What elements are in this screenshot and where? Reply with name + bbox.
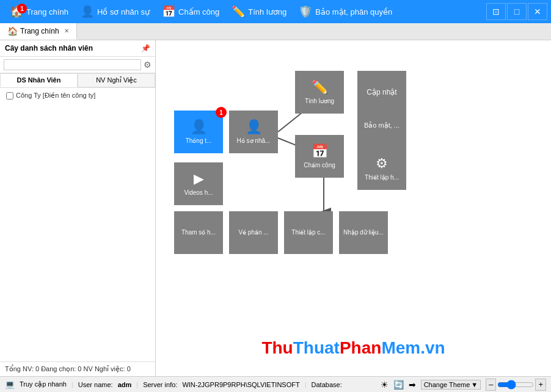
tile-wrapper-thong-tin: 👤 Thống t... 1 (174, 111, 223, 153)
nav-item-ho-so-nhan-su[interactable]: 👤 Hồ sơ nhân sự (75, 2, 156, 21)
gear-icon-tile: ⚙ (376, 156, 388, 172)
theme-dropdown-icon: ▼ (471, 381, 478, 388)
tile-label: Chấm công (304, 162, 335, 169)
tab-trang-chinh[interactable]: 🏠 Trang chính ✕ (0, 23, 77, 40)
zoom-control: – + (486, 379, 546, 391)
tile-label: Thống t... (186, 137, 212, 145)
minimize-button[interactable]: ⊡ (486, 3, 506, 20)
tab-nv-nghi-viec[interactable]: NV Nghỉ Việc (78, 73, 155, 87)
watermark-part2: Thuat (293, 338, 340, 357)
tile-label: Thiết lập c... (291, 229, 325, 236)
tile-ho-so[interactable]: 👤 Hồ sơ nhâ... (229, 111, 278, 153)
nav-label: Chấm công (178, 7, 219, 16)
nav-item-cham-cong[interactable]: 📅 Chấm công (156, 2, 225, 21)
titlebar: 🏠 Trang chính 1 👤 Hồ sơ nhân sự 📅 Chấm c… (0, 0, 551, 23)
arrows-svg (156, 40, 551, 376)
quick-access-label: Truy cập nhanh (20, 380, 67, 388)
nav-label: Tính lương (248, 7, 286, 16)
tile-bao-mat[interactable]: Bảo mật, ... (357, 104, 406, 147)
nav-label: Trang chính (26, 7, 68, 16)
user-value: adm (118, 381, 132, 388)
nav-item-tinh-luong[interactable]: ✏️ Tính lương (225, 2, 293, 21)
nav-item-trang-chinh[interactable]: 🏠 Trang chính 1 (4, 2, 75, 21)
tile-label: Videos h... (184, 189, 213, 197)
play-icon-tile: ▶ (194, 171, 204, 187)
watermark-part4: Mem.vn (381, 338, 445, 357)
tile-label: Hồ sơ nhâ... (237, 137, 271, 145)
nav-label: Hồ sơ nhân sự (97, 7, 150, 16)
tabbar: 🏠 Trang chính ✕ (0, 23, 551, 40)
tree-label: Công Ty [Điền tên công ty] (16, 92, 95, 100)
tile-videos[interactable]: ▶ Videos h... (174, 162, 223, 205)
tile-label: Nhập dữ liệu... (343, 229, 384, 236)
server-value: WIN-2JGPR9P9RPH\SQLVIETINSOFT (182, 381, 299, 388)
tile-badge-thong-tin: 1 (216, 107, 227, 118)
sun-icon: ☀ (381, 380, 389, 390)
content-area: 👤 Thống t... 1 👤 Hồ sơ nhâ... ✏️ Tính lư… (156, 40, 551, 376)
watermark-part3: Phan (340, 338, 381, 357)
tile-ve-phan[interactable]: Về phần ... (229, 211, 278, 254)
sidebar-pin-icon: 📌 (141, 44, 150, 53)
tile-tinh-luong[interactable]: ✏️ Tính lương (295, 71, 344, 114)
close-button[interactable]: ✕ (528, 3, 547, 20)
gear-icon[interactable]: ⚙ (144, 60, 151, 70)
nav-label: Bảo mật, phân quyền (315, 7, 392, 16)
sidebar-title: Cây danh sách nhân viên (5, 44, 93, 53)
tile-label: Cập nhật (367, 88, 396, 96)
window-controls: ⊡ □ ✕ (486, 3, 547, 20)
calendar-icon-tile: 📅 (312, 143, 328, 159)
tile-cham-cong[interactable]: 📅 Chấm công (295, 135, 344, 178)
main-area: Cây danh sách nhân viên 📌 ⚙ DS Nhân Viên… (0, 40, 551, 376)
zoom-plus-button[interactable]: + (535, 379, 546, 391)
sidebar-header: Cây danh sách nhân viên 📌 (0, 40, 155, 57)
tile-nhap-du-lieu[interactable]: Nhập dữ liệu... (339, 211, 388, 254)
tile-label: Bảo mật, ... (364, 122, 400, 129)
tile-label: Tính lương (305, 98, 334, 105)
tab-close-button[interactable]: ✕ (64, 27, 69, 34)
server-label: Server info: (143, 381, 177, 388)
person-icon-tile: 👤 (191, 119, 207, 135)
tile-label: Về phần ... (238, 229, 268, 236)
sidebar-tabs: DS Nhân Viên NV Nghỉ Việc (0, 73, 155, 88)
tile-thiet-lap-c[interactable]: Thiết lập c... (284, 211, 333, 254)
watermark-part1: Thu (261, 338, 293, 357)
zoom-slider[interactable] (497, 380, 534, 390)
user-label: User name: (78, 381, 113, 388)
nav-item-bao-mat[interactable]: 🛡️ Bảo mật, phân quyền (293, 2, 398, 21)
statusbar: 💻 Truy cập nhanh | User name: adm | Serv… (0, 376, 551, 392)
tree-checkbox[interactable] (6, 92, 13, 100)
tile-tham-so[interactable]: Tham số h... (174, 211, 223, 254)
tile-label: Tham số h... (181, 229, 216, 236)
change-theme-label: Change Theme (424, 381, 470, 388)
tile-thiet-lap-h[interactable]: ⚙ Thiết lập h... (357, 147, 406, 190)
db-label: Database: (312, 381, 342, 388)
search-input[interactable] (4, 59, 141, 70)
zoom-minus-button[interactable]: – (486, 379, 496, 391)
maximize-button[interactable]: □ (507, 3, 527, 20)
nav-badge-trang-chinh: 1 (17, 4, 27, 13)
watermark: ThuThuatPhanMem.vn (261, 338, 445, 358)
change-theme-button[interactable]: Change Theme ▼ (421, 380, 481, 390)
tile-label: Thiết lập h... (365, 174, 399, 181)
tile-thong-tin[interactable]: 👤 Thống t... 1 (174, 111, 223, 153)
arrow-right-icon[interactable]: ➡ (409, 380, 416, 390)
tree-item-cong-ty[interactable]: Công Ty [Điền tên công ty] (4, 90, 151, 101)
person-icon: 👤 (81, 5, 94, 18)
pencil-icon-tile: ✏️ (312, 79, 328, 95)
quick-access-icon[interactable]: 💻 (5, 380, 15, 389)
tab-label: Trang chính (20, 27, 59, 35)
sidebar-footer: Tổng NV: 0 Đang chọn: 0 NV Nghỉ việc: 0 (0, 361, 155, 376)
tab-ds-nhan-vien[interactable]: DS Nhân Viên (0, 73, 78, 87)
calendar-icon: 📅 (162, 5, 175, 18)
sidebar-tree: Công Ty [Điền tên công ty] (0, 88, 155, 361)
sidebar-search: ⚙ (0, 57, 155, 73)
person2-icon-tile: 👤 (246, 119, 262, 135)
refresh-icon[interactable]: 🔄 (393, 380, 404, 390)
tab-home-icon: 🏠 (7, 26, 18, 36)
sidebar: Cây danh sách nhân viên 📌 ⚙ DS Nhân Viên… (0, 40, 156, 376)
shield-icon: 🛡️ (299, 5, 312, 18)
pencil-icon: ✏️ (232, 5, 245, 18)
